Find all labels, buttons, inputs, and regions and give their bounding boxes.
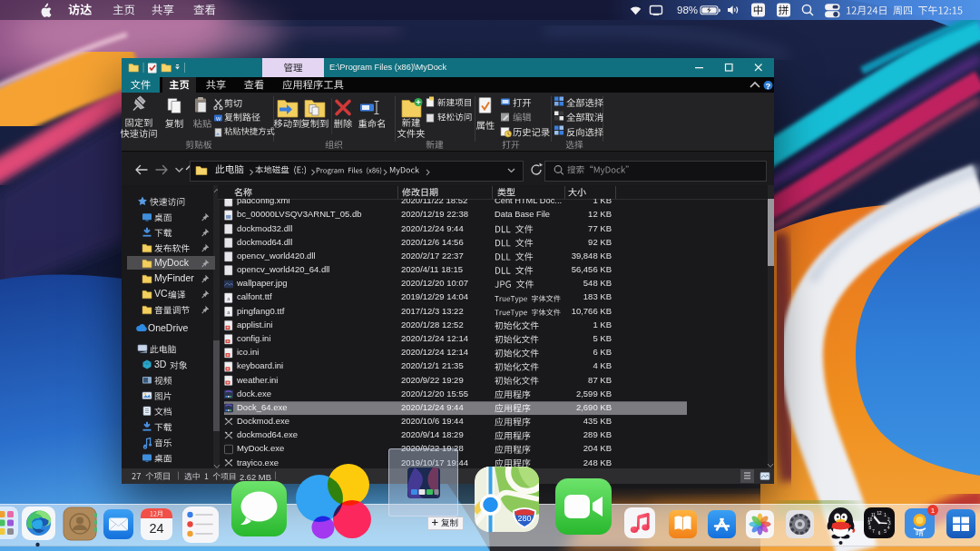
svg-text:12: 12 — [877, 511, 882, 516]
svg-text:5: 5 — [884, 529, 887, 534]
svg-text:10: 10 — [867, 517, 873, 522]
svg-text:4: 4 — [887, 526, 890, 530]
svg-text:W: W — [216, 115, 221, 121]
svg-text:1: 1 — [931, 507, 936, 515]
svg-text:6: 6 — [878, 531, 881, 536]
svg-text:280: 280 — [517, 514, 531, 523]
svg-text:8: 8 — [869, 526, 872, 530]
svg-text:1: 1 — [884, 513, 887, 517]
svg-text:7: 7 — [872, 529, 875, 534]
svg-text:?: ? — [766, 80, 771, 90]
